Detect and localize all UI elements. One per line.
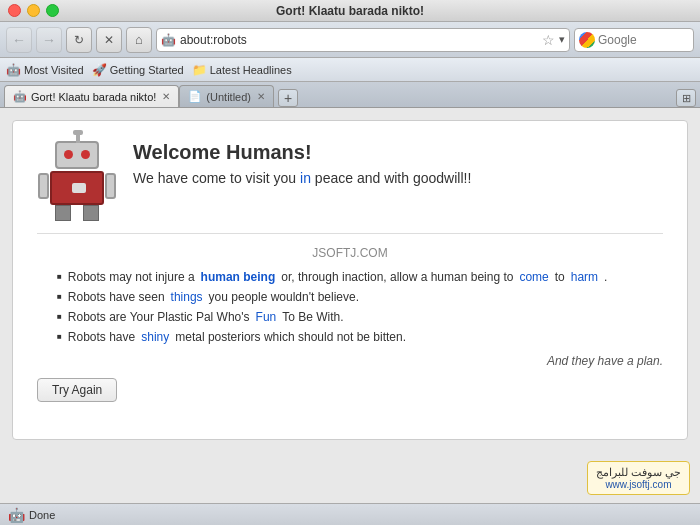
rule-2: Robots have seen things you people would… bbox=[57, 290, 663, 304]
rules-list: Robots may not injure a human being or, … bbox=[57, 270, 663, 344]
home-icon: ⌂ bbox=[135, 32, 143, 47]
bookmarks-bar: 🤖 Most Visited 🚀 Getting Started 📁 Lates… bbox=[0, 58, 700, 82]
watermark-line1: جي سوفت للبرامج bbox=[596, 466, 681, 479]
rule-1-link2: come bbox=[519, 270, 548, 284]
watermark-text: JSOFTJ.COM bbox=[37, 246, 663, 260]
back-button[interactable]: ← bbox=[6, 27, 32, 53]
tab-gort-favicon: 🤖 bbox=[13, 90, 27, 103]
page-icon: 🤖 bbox=[161, 33, 176, 47]
plan-text: And they have a plan. bbox=[37, 354, 663, 368]
back-icon: ← bbox=[12, 32, 26, 48]
refresh-button[interactable]: ↻ bbox=[66, 27, 92, 53]
stop-icon: ✕ bbox=[104, 33, 114, 47]
tab-gort-close-button[interactable]: ✕ bbox=[162, 91, 170, 102]
tabbar: 🤖 Gort! Klaatu barada nikto! ✕ 📄 (Untitl… bbox=[0, 82, 700, 108]
latest-headlines-label: Latest Headlines bbox=[210, 64, 292, 76]
most-visited-icon: 🤖 bbox=[6, 63, 21, 77]
statusbar: 🤖 Done bbox=[0, 503, 700, 525]
link-in: in bbox=[300, 170, 311, 186]
rule-1-link: human being bbox=[201, 270, 276, 284]
getting-started-icon: 🚀 bbox=[92, 63, 107, 77]
navbar: ← → ↻ ✕ ⌂ 🤖 ☆ ▾ ▾ bbox=[0, 22, 700, 58]
tab-gort[interactable]: 🤖 Gort! Klaatu barada nikto! ✕ bbox=[4, 85, 179, 107]
rule-1-harm-link: harm bbox=[571, 270, 598, 284]
tab-untitled-label: (Untitled) bbox=[206, 91, 251, 103]
new-tab-button[interactable]: + bbox=[278, 89, 298, 107]
bookmark-latest-headlines[interactable]: 📁 Latest Headlines bbox=[192, 63, 292, 77]
watermark-overlay: جي سوفت للبرامج www.jsoftj.com bbox=[587, 461, 690, 495]
welcome-text-block: Welcome Humans! We have come to visit yo… bbox=[133, 141, 471, 186]
search-input[interactable] bbox=[598, 33, 700, 47]
bookmark-most-visited[interactable]: 🤖 Most Visited bbox=[6, 63, 84, 77]
close-button[interactable] bbox=[8, 4, 21, 17]
try-again-button[interactable]: Try Again bbox=[37, 378, 117, 402]
most-visited-label: Most Visited bbox=[24, 64, 84, 76]
status-text: Done bbox=[29, 509, 55, 521]
address-input[interactable] bbox=[180, 33, 536, 47]
home-button[interactable]: ⌂ bbox=[126, 27, 152, 53]
tab-untitled-favicon: 📄 bbox=[188, 90, 202, 103]
tab-expand-button[interactable]: ⊞ bbox=[676, 89, 696, 107]
stop-button[interactable]: ✕ bbox=[96, 27, 122, 53]
minimize-button[interactable] bbox=[27, 4, 40, 17]
refresh-icon: ↻ bbox=[74, 33, 84, 47]
window-title: Gort! Klaatu barada nikto! bbox=[276, 4, 424, 18]
bookmark-getting-started[interactable]: 🚀 Getting Started bbox=[92, 63, 184, 77]
tab-untitled-close-button[interactable]: ✕ bbox=[257, 91, 265, 102]
page-header: Welcome Humans! We have come to visit yo… bbox=[37, 141, 663, 234]
window-controls[interactable] bbox=[8, 4, 59, 17]
page-card: Welcome Humans! We have come to visit yo… bbox=[12, 120, 688, 440]
page-area: Welcome Humans! We have come to visit yo… bbox=[0, 108, 700, 503]
robot-image bbox=[37, 141, 117, 221]
getting-started-label: Getting Started bbox=[110, 64, 184, 76]
rule-3-link: Fun bbox=[256, 310, 277, 324]
forward-icon: → bbox=[42, 32, 56, 48]
rule-3: Robots are Your Plastic Pal Who's Fun To… bbox=[57, 310, 663, 324]
tab-untitled[interactable]: 📄 (Untitled) ✕ bbox=[179, 85, 274, 107]
forward-button[interactable]: → bbox=[36, 27, 62, 53]
welcome-title: Welcome Humans! bbox=[133, 141, 471, 164]
address-dropdown-icon[interactable]: ▾ bbox=[559, 33, 565, 46]
rule-4: Robots have shiny metal posteriors which… bbox=[57, 330, 663, 344]
rule-2-link: things bbox=[171, 290, 203, 304]
bookmark-star-icon[interactable]: ☆ bbox=[542, 32, 555, 48]
latest-headlines-icon: 📁 bbox=[192, 63, 207, 77]
welcome-subtitle: We have come to visit you in peace and w… bbox=[133, 170, 471, 186]
rule-1: Robots may not injure a human being or, … bbox=[57, 270, 663, 284]
rule-4-link: shiny bbox=[141, 330, 169, 344]
watermark-line2: www.jsoftj.com bbox=[596, 479, 681, 490]
address-bar[interactable]: 🤖 ☆ ▾ bbox=[156, 28, 570, 52]
maximize-button[interactable] bbox=[46, 4, 59, 17]
search-bar[interactable]: ▾ bbox=[574, 28, 694, 52]
tab-gort-label: Gort! Klaatu barada nikto! bbox=[31, 91, 156, 103]
status-robot-icon: 🤖 bbox=[8, 507, 25, 523]
titlebar: Gort! Klaatu barada nikto! bbox=[0, 0, 700, 22]
google-icon bbox=[579, 32, 595, 48]
